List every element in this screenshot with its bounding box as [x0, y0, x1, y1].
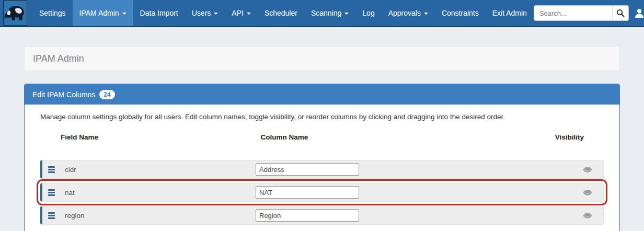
search-button[interactable] — [612, 5, 629, 21]
eye-visibility-icon[interactable] — [583, 166, 592, 173]
table-row-cidr[interactable]: cidr — [40, 160, 604, 179]
navbar-right — [534, 0, 644, 26]
phpipam-logo[interactable] — [3, 1, 27, 26]
header-field-name: Field Name — [40, 133, 256, 141]
field-name-label: nat — [65, 189, 75, 197]
top-navbar: Settings IPAM Admin Data Import Users AP… — [0, 0, 644, 27]
edit-ipam-columns-panel: Edit IPAM Columns 24 Manage column setti… — [24, 84, 620, 231]
nav-item-users[interactable]: Users — [185, 0, 225, 26]
chevron-down-icon — [122, 13, 126, 15]
chevron-down-icon — [344, 13, 349, 15]
panel-body: Manage column settings globally for all … — [25, 105, 619, 231]
eye-visibility-icon[interactable] — [583, 212, 592, 219]
navbar-menu: Settings IPAM Admin Data Import Users AP… — [32, 0, 534, 26]
field-name-label: region — [65, 212, 85, 220]
table-row-region[interactable]: region — [40, 206, 604, 225]
nav-item-approvals[interactable]: Approvals — [382, 0, 435, 26]
panel-title: Edit IPAM Columns — [32, 90, 95, 99]
magnifier-icon — [616, 9, 625, 17]
nav-item-log[interactable]: Log — [355, 0, 381, 26]
nav-item-constraints[interactable]: Constraints — [435, 0, 486, 26]
header-column-name: Column Name — [232, 133, 337, 141]
panel-header: Edit IPAM Columns 24 — [25, 84, 619, 105]
panel-description: Manage column settings globally for all … — [40, 113, 604, 121]
user-menu[interactable] — [634, 8, 644, 18]
nav-item-scanning[interactable]: Scanning — [304, 0, 355, 26]
column-name-input[interactable] — [256, 163, 359, 176]
drag-handle-icon[interactable] — [48, 189, 55, 196]
page-title: IPAM Admin — [33, 53, 84, 64]
search-group — [534, 5, 629, 21]
header-visibility: Visibility — [360, 133, 604, 141]
eye-visibility-icon[interactable] — [583, 189, 592, 196]
column-rows: cidr — [40, 160, 604, 225]
page-content: IPAM Admin Edit IPAM Columns 24 Manage c… — [0, 27, 644, 231]
drag-handle-icon[interactable] — [48, 166, 55, 173]
column-count-badge: 24 — [99, 90, 114, 99]
column-name-input[interactable] — [256, 209, 359, 222]
table-row-nat[interactable]: nat — [40, 183, 604, 202]
drag-handle-icon[interactable] — [48, 212, 55, 219]
nav-item-ipam-admin[interactable]: IPAM Admin — [73, 0, 133, 26]
field-name-label: cidr — [65, 166, 76, 174]
nav-item-settings[interactable]: Settings — [32, 0, 73, 26]
chevron-down-icon — [247, 13, 251, 15]
nav-item-scheduler[interactable]: Scheduler — [258, 0, 304, 26]
nav-item-exit-admin[interactable]: Exit Admin — [486, 0, 534, 26]
table-header: Field Name Column Name Visibility — [40, 133, 604, 141]
column-name-input[interactable] — [256, 186, 359, 199]
nav-item-api[interactable]: API — [225, 0, 258, 26]
person-icon — [634, 8, 644, 18]
page-title-panel: IPAM Admin — [24, 46, 620, 71]
mammoth-icon — [4, 3, 27, 24]
search-input[interactable] — [534, 5, 612, 21]
nav-item-data-import[interactable]: Data Import — [133, 0, 185, 26]
chevron-down-icon — [214, 13, 218, 15]
chevron-down-icon — [424, 13, 428, 15]
